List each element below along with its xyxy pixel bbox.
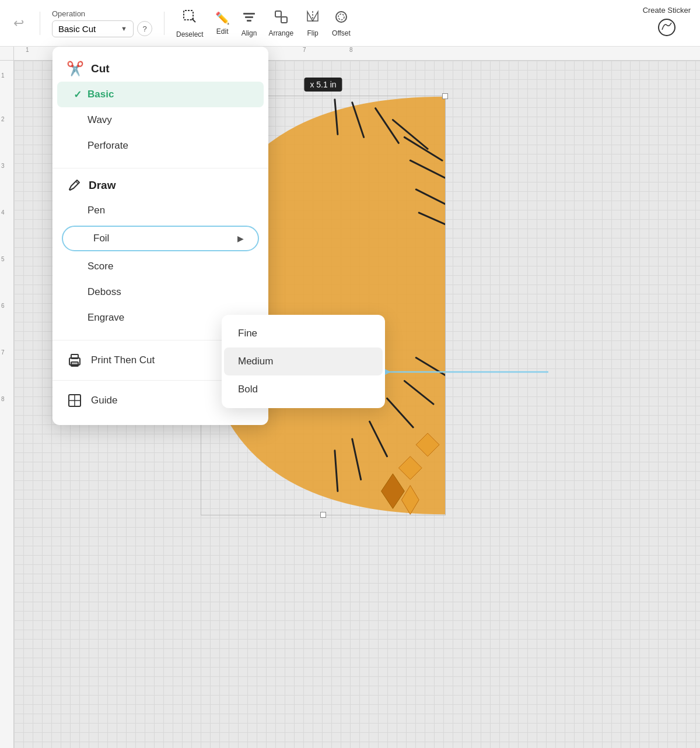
offset-label: Offset (332, 29, 351, 37)
svg-point-10 (336, 12, 346, 22)
draw-section-label: Draw (89, 179, 116, 192)
toolbar-divider-2 (164, 12, 164, 35)
svg-marker-8 (313, 12, 318, 21)
svg-rect-4 (247, 20, 251, 22)
size-label: x 5.1 in (304, 78, 342, 92)
undo-icon: ↩ (13, 16, 24, 31)
toolbar-divider-1 (40, 12, 40, 35)
undo-button[interactable]: ↩ (9, 14, 28, 33)
menu-item-score[interactable]: Score (57, 254, 264, 279)
svg-rect-5 (275, 11, 281, 17)
print-icon (66, 352, 83, 368)
cut-section-label: Cut (91, 62, 110, 75)
flip-icon (305, 9, 320, 27)
create-sticker-button[interactable]: Create Sticker (643, 6, 691, 40)
menu-item-perforate[interactable]: Perforate (57, 133, 264, 159)
fine-label: Fine (238, 328, 257, 339)
guide-icon (66, 392, 83, 409)
svg-rect-2 (243, 13, 255, 15)
foil-chevron: ▶ (237, 234, 244, 243)
wavy-label: Wavy (88, 114, 112, 126)
arrange-label: Arrange (268, 29, 293, 37)
arrow-pointer-container (385, 366, 560, 380)
menu-item-basic[interactable]: Basic (57, 82, 264, 107)
operation-select[interactable]: Basic Cut ▼ (52, 20, 134, 37)
arrow-pointer-svg (385, 366, 560, 378)
deselect-icon (181, 8, 198, 28)
submenu-item-fine[interactable]: Fine (224, 319, 383, 347)
score-label: Score (88, 261, 113, 272)
align-action[interactable]: Align (242, 9, 257, 37)
guide-label: Guide (91, 395, 117, 406)
deboss-label: Deboss (88, 286, 121, 298)
divider-1 (52, 168, 268, 168)
bold-label: Bold (238, 384, 258, 395)
arrange-icon (274, 9, 289, 27)
cut-section: ✂️ Cut Basic Wavy Perforate (52, 56, 268, 163)
operation-label: Operation (52, 9, 152, 18)
edit-action[interactable]: ✏️ Edit (215, 11, 230, 36)
svg-point-11 (338, 14, 344, 20)
offset-icon (334, 9, 349, 27)
menu-item-wavy[interactable]: Wavy (57, 107, 264, 133)
svg-rect-0 (184, 10, 193, 20)
basic-label: Basic (88, 89, 114, 100)
align-label: Align (242, 29, 257, 37)
svg-rect-6 (281, 17, 287, 23)
align-icon (242, 9, 257, 27)
help-button[interactable]: ? (137, 21, 152, 36)
engrave-label: Engrave (88, 312, 124, 324)
menu-item-deboss[interactable]: Deboss (57, 279, 264, 305)
operation-group: Operation Basic Cut ▼ ? (52, 9, 152, 37)
pen-label: Pen (88, 205, 105, 216)
draw-section-header: Draw (52, 173, 268, 198)
resize-handle-top-right[interactable] (442, 93, 448, 99)
medium-label: Medium (238, 356, 273, 367)
arrange-action[interactable]: Arrange (268, 9, 293, 37)
perforate-label: Perforate (88, 140, 128, 152)
operation-value: Basic Cut (58, 24, 96, 34)
foil-submenu: Fine Medium Bold (222, 315, 385, 408)
foil-label: Foil (93, 233, 109, 244)
svg-rect-3 (245, 16, 253, 18)
deselect-label: Deselect (176, 30, 204, 38)
svg-marker-37 (385, 369, 391, 375)
toolbar: ↩ Operation Basic Cut ▼ ? Deselect ✏️ Ed… (0, 0, 700, 47)
print-then-cut-label: Print Then Cut (91, 354, 155, 366)
svg-point-12 (659, 19, 675, 36)
resize-handle-bottom-center[interactable] (320, 512, 326, 518)
deselect-action[interactable]: Deselect (176, 8, 204, 38)
create-sticker-label: Create Sticker (643, 6, 691, 15)
menu-item-pen[interactable]: Pen (57, 198, 264, 223)
svg-marker-7 (307, 12, 313, 21)
flip-label: Flip (307, 29, 318, 37)
edit-label: Edit (216, 27, 229, 36)
submenu-item-medium[interactable]: Medium (224, 347, 383, 375)
draw-icon (66, 178, 82, 193)
draw-section: Draw Pen Foil ▶ Score Deboss Engrave (52, 173, 268, 335)
menu-item-foil[interactable]: Foil ▶ (62, 226, 259, 251)
svg-line-1 (192, 19, 195, 22)
edit-icon: ✏️ (215, 11, 230, 25)
create-sticker-icon (656, 17, 677, 40)
ruler-corner (0, 47, 14, 61)
cut-section-header: ✂️ Cut (52, 56, 268, 82)
ruler-left: 1 2 3 4 5 6 7 8 (0, 47, 14, 748)
operation-arrow: ▼ (121, 25, 127, 32)
flip-action[interactable]: Flip (305, 9, 320, 37)
submenu-item-bold[interactable]: Bold (224, 375, 383, 403)
cut-icon: ✂️ (66, 61, 84, 77)
offset-action[interactable]: Offset (332, 9, 351, 37)
